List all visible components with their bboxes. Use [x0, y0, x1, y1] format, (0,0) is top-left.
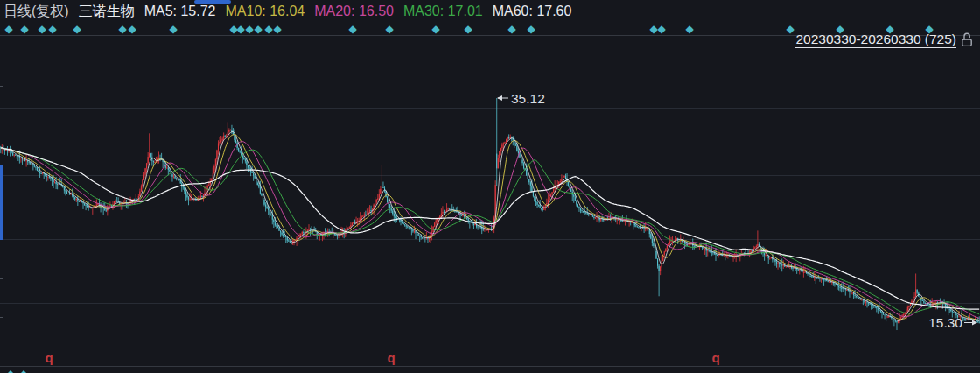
candle-body	[150, 153, 151, 157]
event-diamond-icon[interactable]: ◆	[464, 23, 472, 35]
event-diamond-icon[interactable]: ◆	[273, 23, 282, 35]
candle-body	[508, 137, 508, 140]
candle-body	[448, 208, 449, 209]
event-diamond-icon[interactable]: ◆	[245, 23, 254, 35]
candle-body	[382, 187, 382, 189]
date-range-button[interactable]: 20230330-20260330 (725)	[795, 32, 973, 48]
event-diamond-icon[interactable]: ◆	[73, 23, 81, 35]
candle-body	[652, 239, 653, 243]
candle-body	[768, 257, 769, 258]
candle-body	[816, 278, 817, 278]
candle-body	[337, 235, 338, 236]
left-scrollbar-thumb[interactable]	[0, 165, 3, 240]
candle-body	[500, 148, 501, 151]
candles-layer[interactable]	[0, 98, 980, 330]
candle-body	[903, 314, 904, 316]
candle-body	[528, 175, 528, 179]
candle-body	[757, 244, 758, 246]
candle-body	[38, 171, 38, 172]
candle-body	[756, 246, 757, 247]
candle-body	[414, 231, 415, 232]
event-diamond-icon[interactable]: ◆	[169, 23, 178, 35]
candle-body	[635, 225, 636, 226]
candle-body	[116, 201, 117, 202]
candle-body	[56, 182, 57, 184]
candle-body	[402, 222, 402, 223]
high-price-annotation: 35.12	[511, 91, 545, 106]
candle-body	[540, 205, 541, 208]
event-diamond-icon[interactable]: ◆	[348, 23, 357, 35]
candle-body	[407, 227, 408, 228]
candle-body	[714, 253, 715, 254]
top-scrollbar-thumb[interactable]	[194, 0, 231, 4]
candle-body	[962, 318, 963, 319]
candle-body	[258, 185, 259, 187]
event-diamond-icon[interactable]: ◆	[38, 23, 46, 35]
candle-body	[12, 152, 13, 155]
open-padlock-icon[interactable]	[961, 32, 973, 47]
candle-body	[145, 168, 146, 175]
candle-body	[164, 162, 164, 165]
candle-body	[104, 208, 105, 210]
ma10-line	[1, 135, 979, 320]
candle-body	[114, 201, 115, 204]
event-diamond-icon[interactable]: ◆	[264, 23, 273, 35]
candle-body	[870, 304, 871, 305]
candle-body	[79, 201, 80, 202]
candle-body	[235, 140, 236, 143]
ma5-value: MA5: 15.72	[144, 3, 216, 20]
candle-body	[246, 161, 247, 165]
event-diamond-icon[interactable]: ◆	[527, 23, 536, 35]
candle-body	[650, 234, 651, 239]
candle-body	[811, 277, 812, 278]
event-diamond-icon[interactable]: ◆	[254, 23, 262, 35]
candle-body	[578, 204, 578, 207]
candle-body	[267, 207, 268, 208]
event-diamond-icon[interactable]: ◆	[236, 23, 245, 35]
candle-body	[850, 292, 851, 293]
candle-body	[573, 194, 574, 196]
candle-body	[503, 144, 504, 145]
candle-body	[865, 302, 866, 303]
event-diamond-icon[interactable]: ◆	[431, 23, 440, 35]
candle-body	[364, 215, 365, 216]
candle-body	[836, 285, 837, 286]
q-event-marker[interactable]: q	[387, 350, 395, 365]
candle-body	[18, 156, 18, 157]
event-diamond-icon[interactable]: ◆	[20, 23, 29, 35]
candle-body	[917, 290, 918, 293]
candle-body	[712, 252, 713, 253]
candle-body	[256, 179, 256, 183]
q-event-marker[interactable]: q	[711, 350, 719, 365]
candle-body	[849, 291, 850, 292]
event-diamond-icon[interactable]: ◆	[118, 23, 127, 35]
candle-body	[238, 148, 239, 151]
q-event-marker[interactable]: q	[45, 350, 52, 365]
event-diamond-icon[interactable]: ◆	[4, 23, 13, 35]
candle-body	[526, 170, 527, 175]
candle-body	[175, 177, 176, 179]
candlestick-chart[interactable]: 35.1215.30◆◆◆◆◆◆◆◆◆◆◆◆◆◆◆◆◆◆◆◆◆◆◆◆◆◆◆qqq	[0, 0, 980, 373]
candle-body	[172, 174, 172, 177]
event-diamond-icon[interactable]: ◆	[128, 23, 136, 35]
candle-body	[285, 236, 286, 237]
candle-body	[176, 179, 177, 179]
candle-body	[953, 312, 954, 313]
candle-body	[277, 226, 278, 227]
candle-body	[214, 166, 214, 173]
candle-body	[880, 311, 881, 312]
event-diamond-icon[interactable]: ◆	[48, 23, 57, 35]
event-diamond-icon[interactable]: ◆	[508, 23, 516, 35]
event-diamond-icon[interactable]: ◆	[786, 23, 794, 35]
candle-body	[499, 151, 500, 158]
candle-body	[441, 214, 442, 216]
event-diamond-icon[interactable]: ◆	[385, 23, 394, 35]
candle-body	[583, 211, 584, 212]
candle-body	[498, 158, 499, 168]
event-diamond-icon[interactable]: ◆	[685, 23, 694, 35]
candle-body	[528, 179, 529, 182]
candle-body	[516, 146, 517, 151]
event-diamond-icon[interactable]: ◆	[657, 23, 666, 35]
candle-body	[689, 244, 690, 245]
candle-body	[905, 313, 906, 314]
